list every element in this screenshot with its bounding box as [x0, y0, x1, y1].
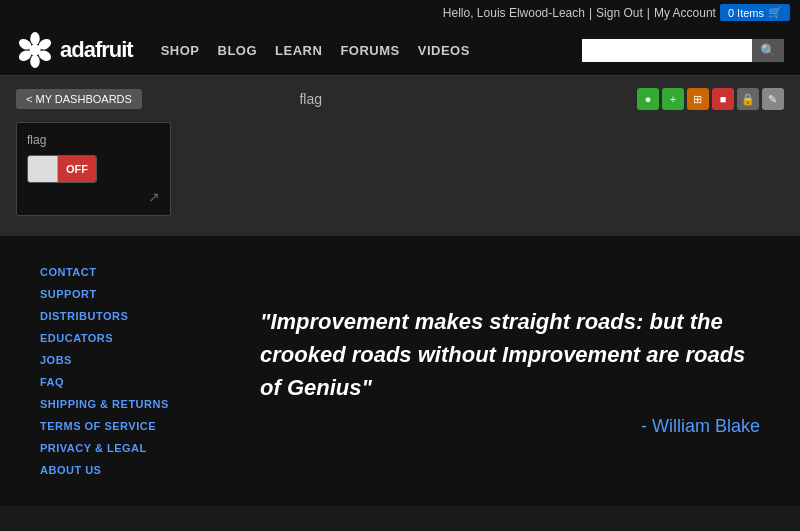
footer-link-faq[interactable]: FAQ — [40, 376, 200, 388]
dashboard-area: < MY DASHBOARDS flag ● + ⊞ ■ 🔒 ✎ flag OF… — [0, 76, 800, 236]
toggle-track[interactable]: OFF — [27, 155, 97, 183]
footer-link-privacy[interactable]: PRIVACY & LEGAL — [40, 442, 200, 454]
svg-point-1 — [30, 32, 40, 45]
nav-forums[interactable]: FORUMS — [340, 43, 399, 58]
widget-title: flag — [27, 133, 160, 147]
footer-link-terms[interactable]: TERMS OF SERVICE — [40, 420, 200, 432]
signout-link[interactable]: Sign Out — [596, 6, 643, 20]
nav-shop[interactable]: SHOP — [161, 43, 200, 58]
my-dashboards-button[interactable]: < MY DASHBOARDS — [16, 89, 142, 109]
action-btn-edit[interactable]: ✎ — [762, 88, 784, 110]
footer: CONTACT SUPPORT DISTRIBUTORS EDUCATORS J… — [0, 236, 800, 506]
quote-author-name: William Blake — [652, 416, 760, 436]
toggle-container: OFF — [27, 155, 160, 183]
footer-link-shipping[interactable]: SHIPPING & RETURNS — [40, 398, 200, 410]
quote-author-prefix: - — [641, 416, 652, 436]
nav-bar: adafruit SHOP BLOG LEARN FORUMS VIDEOS 🔍 — [0, 25, 800, 76]
cart-button[interactable]: 0 Items 🛒 — [720, 4, 790, 21]
top-bar: Hello, Louis Elwood-Leach | Sign Out | M… — [0, 0, 800, 25]
page-title: flag — [299, 91, 322, 107]
logo-text: adafruit — [60, 37, 133, 63]
nav-links: SHOP BLOG LEARN FORUMS VIDEOS — [161, 43, 470, 58]
separator2: | — [647, 6, 650, 20]
logo-flower-icon — [16, 31, 54, 69]
footer-link-distributors[interactable]: DISTRIBUTORS — [40, 310, 200, 322]
footer-link-about[interactable]: ABOUT US — [40, 464, 200, 476]
toggle-off-label: OFF — [58, 155, 96, 183]
nav-learn[interactable]: LEARN — [275, 43, 322, 58]
action-btn-lock[interactable]: 🔒 — [737, 88, 759, 110]
nav-blog[interactable]: BLOG — [218, 43, 258, 58]
footer-link-educators[interactable]: EDUCATORS — [40, 332, 200, 344]
dashboard-top-bar: < MY DASHBOARDS flag ● + ⊞ ■ 🔒 ✎ — [16, 88, 784, 110]
greeting-text: Hello, Louis Elwood-Leach — [443, 6, 585, 20]
footer-links: CONTACT SUPPORT DISTRIBUTORS EDUCATORS J… — [40, 266, 200, 476]
myaccount-link[interactable]: My Account — [654, 6, 716, 20]
search-button[interactable]: 🔍 — [752, 39, 784, 62]
action-btn-circle[interactable]: ● — [637, 88, 659, 110]
action-btn-add[interactable]: + — [662, 88, 684, 110]
my-dashboards-label: < MY DASHBOARDS — [26, 93, 132, 105]
action-btn-delete[interactable]: ■ — [712, 88, 734, 110]
widget-card: flag OFF ↗ — [16, 122, 171, 216]
logo-link[interactable]: adafruit — [16, 31, 133, 69]
footer-link-contact[interactable]: CONTACT — [40, 266, 200, 278]
quote-text: "Improvement makes straight roads: but t… — [260, 305, 760, 404]
svg-point-4 — [30, 55, 40, 68]
quote-author: - William Blake — [260, 416, 760, 437]
footer-quote: "Improvement makes straight roads: but t… — [240, 266, 760, 476]
nav-videos[interactable]: VIDEOS — [418, 43, 470, 58]
footer-link-support[interactable]: SUPPORT — [40, 288, 200, 300]
toggle-thumb — [28, 155, 58, 183]
separator1: | — [589, 6, 592, 20]
cart-icon: 🛒 — [768, 6, 782, 19]
action-buttons: ● + ⊞ ■ 🔒 ✎ — [637, 88, 784, 110]
action-btn-grid[interactable]: ⊞ — [687, 88, 709, 110]
cart-label: 0 Items — [728, 7, 764, 19]
footer-link-jobs[interactable]: JOBS — [40, 354, 200, 366]
cursor-icon: ↗ — [27, 189, 160, 205]
search-input[interactable] — [582, 39, 752, 62]
search-bar: 🔍 — [582, 39, 784, 62]
